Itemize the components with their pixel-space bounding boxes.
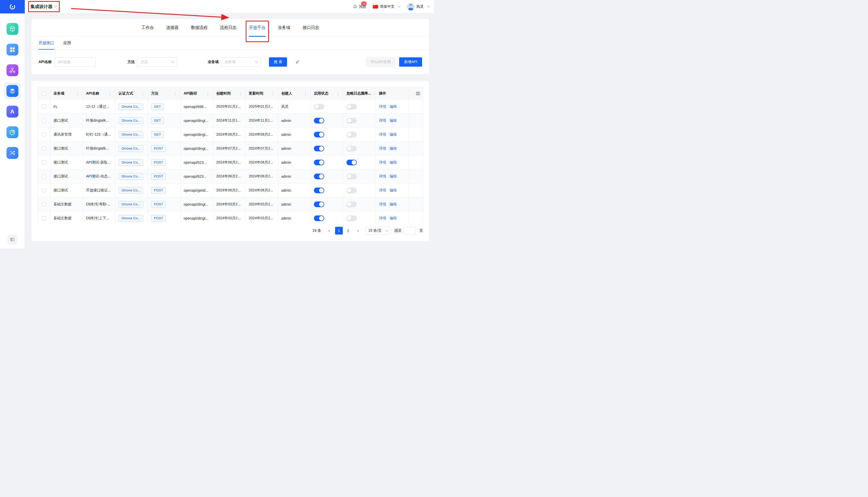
edit-link[interactable]: 编辑 <box>389 146 397 151</box>
collapse-sidebar-button[interactable] <box>8 235 17 244</box>
sidebar-item-integration[interactable] <box>4 83 21 99</box>
messages-button[interactable]: 消息 54 <box>353 4 366 9</box>
user-menu[interactable]: 风灵 <box>407 3 429 11</box>
enabled-toggle[interactable] <box>314 201 324 207</box>
tab-open-platform[interactable]: 开放平台 <box>249 19 266 37</box>
creator-cell: admin <box>278 142 311 156</box>
row-checkbox[interactable] <box>42 104 46 109</box>
ignore-toggle[interactable] <box>346 118 357 124</box>
enabled-toggle[interactable] <box>314 132 324 138</box>
enabled-toggle[interactable] <box>314 174 324 179</box>
method-select[interactable]: 方法 <box>137 57 177 67</box>
enabled-toggle[interactable] <box>314 187 324 193</box>
row-checkbox[interactable] <box>42 188 46 193</box>
add-api-button[interactable]: 新增API <box>399 57 422 67</box>
ignore-toggle[interactable] <box>346 146 357 151</box>
row-checkbox[interactable] <box>42 118 46 123</box>
app-title-group[interactable]: 集成设计器 <box>30 4 56 10</box>
column-menu-icon[interactable]: ⋮ <box>336 91 340 96</box>
edit-link[interactable]: 编辑 <box>389 174 397 179</box>
sidebar-item-ai[interactable]: A <box>4 103 21 120</box>
column-menu-icon[interactable]: ⋮ <box>372 91 376 96</box>
edit-link[interactable]: 编辑 <box>389 216 397 221</box>
enabled-toggle[interactable] <box>314 118 324 124</box>
edit-link[interactable]: 编辑 <box>389 160 397 165</box>
enabled-toggle[interactable] <box>314 104 324 110</box>
detail-link[interactable]: 详情 <box>379 160 386 165</box>
sidebar-item-workflow[interactable] <box>4 62 21 79</box>
row-checkbox[interactable] <box>42 132 46 137</box>
detail-link[interactable]: 详情 <box>379 174 386 179</box>
tab-connector[interactable]: 连接器 <box>166 19 179 37</box>
select-all-checkbox[interactable] <box>42 91 46 96</box>
row-checkbox[interactable] <box>42 174 46 179</box>
subtab-application[interactable]: 应用 <box>63 37 71 49</box>
ignore-toggle[interactable] <box>346 187 357 193</box>
column-menu-icon[interactable]: ⋮ <box>173 91 177 96</box>
detail-link[interactable]: 详情 <box>379 146 386 151</box>
column-menu-icon[interactable]: ⋮ <box>108 91 112 96</box>
search-button[interactable]: 搜 索 <box>269 57 287 67</box>
row-checkbox[interactable] <box>42 146 46 151</box>
ignore-toggle[interactable] <box>346 132 357 138</box>
sidebar-item-routing[interactable] <box>4 145 21 161</box>
ignore-toggle[interactable] <box>346 215 357 221</box>
tab-flow-log[interactable]: 流程日志 <box>220 19 237 37</box>
column-menu-icon[interactable]: ⋮ <box>239 91 242 96</box>
column-settings-icon[interactable] <box>416 91 420 96</box>
sidebar-item-analytics[interactable] <box>4 124 21 141</box>
page-button-2[interactable]: 2 <box>344 227 352 235</box>
jump-page-input[interactable] <box>404 227 416 235</box>
method-cell: POST <box>148 197 181 211</box>
detail-link[interactable]: 详情 <box>379 118 386 123</box>
enabled-toggle[interactable] <box>314 146 324 151</box>
tab-business-domain[interactable]: 业务域 <box>278 19 290 37</box>
language-selector[interactable]: ★ 简体中文 <box>373 4 400 9</box>
column-menu-icon[interactable]: ⋮ <box>206 91 210 96</box>
sidebar-item-dashboard[interactable] <box>4 41 21 58</box>
ignore-toggle[interactable] <box>346 160 357 165</box>
tab-workbench[interactable]: 工作台 <box>142 19 154 37</box>
enabled-toggle[interactable] <box>314 215 324 221</box>
clear-filter-icon[interactable] <box>295 59 300 65</box>
detail-link[interactable]: 详情 <box>379 202 386 207</box>
tab-data-flow[interactable]: 数据流程 <box>191 19 208 37</box>
api-table-card: 业务域⋮API名称⋮认证方式⋮方法⋮API路径⋮创建时间⋮更新时间⋮创建人⋮启用… <box>31 81 429 241</box>
tab-api-log[interactable]: 接口日志 <box>303 19 319 37</box>
detail-link[interactable]: 详情 <box>379 104 386 109</box>
row-checkbox[interactable] <box>42 216 46 221</box>
row-checkbox[interactable] <box>42 202 46 207</box>
ignore-toggle[interactable] <box>346 201 357 207</box>
detail-link[interactable]: 详情 <box>379 132 386 137</box>
prev-page-button[interactable]: ‹ <box>325 227 333 235</box>
detail-link[interactable]: 详情 <box>379 188 386 193</box>
next-page-button[interactable]: › <box>354 227 362 235</box>
column-menu-icon[interactable]: ⋮ <box>303 91 308 96</box>
detail-link[interactable]: 详情 <box>379 216 386 221</box>
column-menu-icon[interactable]: ⋮ <box>76 91 80 96</box>
enabled-cell <box>311 114 343 128</box>
method-tag: POST <box>151 187 166 194</box>
api-name-input[interactable] <box>54 57 96 67</box>
auth-cell: Oinone Co... <box>115 128 148 142</box>
export-api-button[interactable]: 导出API文档 <box>366 57 395 67</box>
edit-link[interactable]: 编辑 <box>389 132 397 137</box>
domain-select[interactable]: 业务域 <box>221 57 261 67</box>
edit-link[interactable]: 编辑 <box>389 188 397 193</box>
sidebar-item-designer-cube[interactable] <box>4 21 21 37</box>
page-size-select[interactable]: 15 条/页 <box>366 227 391 235</box>
column-menu-icon[interactable]: ⋮ <box>141 91 145 96</box>
edit-link[interactable]: 编辑 <box>389 104 397 109</box>
edit-link[interactable]: 编辑 <box>389 118 397 123</box>
edit-link[interactable]: 编辑 <box>389 202 397 207</box>
ignore-toggle[interactable] <box>346 174 357 179</box>
row-checkbox[interactable] <box>42 160 46 165</box>
subtab-open-api[interactable]: 开放接口 <box>39 37 54 49</box>
column-menu-icon[interactable]: ⋮ <box>271 91 275 96</box>
enabled-toggle[interactable] <box>314 160 324 165</box>
app-logo[interactable] <box>0 0 25 13</box>
path-cell: openapi/dingt... <box>181 114 213 128</box>
column-header-auth: 认证方式⋮ <box>115 87 148 100</box>
page-button-1[interactable]: 1 <box>335 227 343 235</box>
ignore-toggle[interactable] <box>346 104 357 110</box>
